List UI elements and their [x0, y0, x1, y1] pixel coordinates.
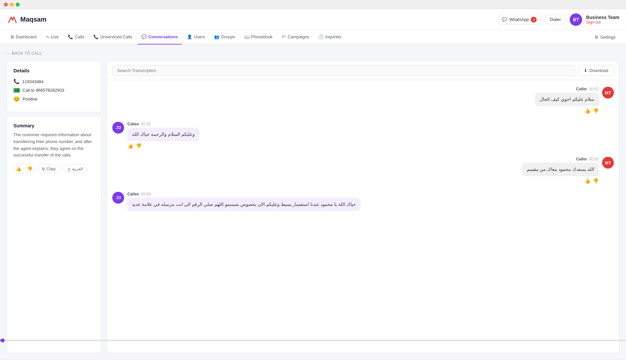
- dialer-label: Dialer: [550, 17, 561, 22]
- msg-avatar-4: .33: [112, 192, 124, 204]
- back-arrow-icon: ←: [7, 51, 11, 56]
- nav-item-live[interactable]: ∿ Live: [42, 30, 63, 45]
- msg-content-caller-3: 00:05 Caller الله يسعدك محمود معاك من مق…: [522, 157, 599, 184]
- like-button[interactable]: 👍: [13, 164, 23, 174]
- conversations-icon: 💬: [141, 34, 147, 39]
- like-reaction-1[interactable]: 👍: [584, 108, 591, 114]
- msg-time-1: 00:01: [589, 87, 599, 91]
- minimize-button[interactable]: [10, 3, 14, 7]
- copy-button[interactable]: ⧉ Copy: [37, 165, 61, 173]
- inquiries-icon: 🕐: [318, 34, 323, 39]
- bubble-3: الله يسعدك محمود معاك من مقسم: [522, 163, 599, 176]
- back-to-call-link[interactable]: ← BACK TO CALL: [7, 51, 619, 56]
- maximize-button[interactable]: [16, 3, 20, 7]
- nav-item-dashboard-label: Dashboard: [16, 34, 37, 39]
- bubble-2: وعليكم السلام والرحمة حياك الله: [127, 128, 199, 141]
- nav-item-conversations[interactable]: 💬 Conversations: [138, 30, 182, 45]
- dislike-reaction-2[interactable]: 👎: [136, 143, 142, 149]
- nav-item-inquiries-label: Inquiries: [325, 34, 341, 39]
- calls-icon: 📞: [68, 34, 73, 39]
- detail-sentiment: 😊 Positive: [13, 96, 95, 102]
- whatsapp-icon: 💬: [502, 17, 507, 22]
- msg-avatar-1: MT: [602, 87, 614, 99]
- flag-icon: 🇸🇦: [13, 88, 20, 93]
- progress-bar-container[interactable]: [0, 340, 626, 341]
- dislike-reaction-3[interactable]: 👎: [593, 178, 599, 184]
- sentiment-label: Positive: [23, 97, 38, 101]
- nav-item-dashboard[interactable]: ⊞ Dashboard: [7, 30, 41, 45]
- download-icon: ⬇: [584, 68, 587, 73]
- nav-item-campaigns[interactable]: 🏳 Campaigns: [278, 30, 313, 45]
- arabic-button[interactable]: ع العربية: [63, 165, 88, 173]
- msg-content-caller-1: 00:01 Caller سلام عليكم اخوي كيف الحال 👍…: [535, 87, 599, 114]
- settings-nav-item[interactable]: ⚙ Settings: [591, 31, 619, 43]
- msg-name-2: Callee: [127, 122, 139, 126]
- nav-item-inquiries[interactable]: 🕐 Inquiries: [314, 30, 345, 45]
- signout-link[interactable]: Sign out: [586, 20, 619, 25]
- positive-icon: 😊: [13, 96, 20, 102]
- msg-meta-3: 00:05 Caller: [576, 157, 599, 161]
- summary-card: Summary The customer requests informatio…: [7, 116, 101, 353]
- logo-area: Maqsam: [7, 14, 46, 26]
- settings-label: Settings: [600, 35, 616, 40]
- user-initials: BT: [573, 17, 579, 22]
- groups-icon: 👥: [214, 34, 219, 39]
- search-transcription-input[interactable]: [112, 65, 575, 76]
- user-avatar: BT: [570, 13, 582, 26]
- nav-item-live-label: Live: [51, 34, 59, 39]
- bubble-1: سلام عليكم اخوي كيف الحال: [535, 93, 599, 106]
- msg-avatar-3: MT: [602, 157, 614, 169]
- msg-time-3: 00:05: [589, 157, 599, 161]
- msg-name-4: Callee: [127, 192, 139, 196]
- msg-reactions-2: 👍 👎: [127, 143, 142, 149]
- close-button[interactable]: [4, 3, 8, 7]
- transcription-header: ⬇ Download: [107, 61, 619, 80]
- bubble-4: حياك الله يا محمود عندنا استفسار بسيط وع…: [127, 198, 360, 211]
- user-name: Business Team: [586, 15, 619, 20]
- msg-meta-1: 00:01 Caller: [576, 87, 599, 91]
- topbar-right: 💬 WhatsApp 2 Dialer BT Business Team Sig…: [498, 13, 619, 26]
- details-card: Details 📞 119343484 🇸🇦 Call to 966578282…: [7, 61, 101, 112]
- download-button[interactable]: ⬇ Download: [578, 65, 614, 76]
- nav-item-phonebook[interactable]: 📖 Phonebook: [240, 30, 277, 45]
- copy-label: Copy: [46, 167, 56, 171]
- msg-avatar-2: .33: [112, 122, 124, 134]
- nav-item-unserviced-calls[interactable]: 📞 Unserviced Calls: [89, 30, 136, 45]
- summary-actions: 👍 👎 ⧉ Copy ع العربية: [13, 164, 95, 174]
- dialer-button[interactable]: Dialer: [545, 15, 566, 24]
- live-icon: ∿: [46, 34, 49, 39]
- whatsapp-button[interactable]: 💬 WhatsApp 2: [498, 14, 541, 25]
- whatsapp-badge: 2: [531, 17, 537, 23]
- msg-name-1: Caller: [576, 87, 587, 91]
- logo-text: Maqsam: [20, 16, 46, 23]
- like-reaction-3[interactable]: 👍: [584, 178, 591, 184]
- transcription-panel: ⬇ Download 00:01 Caller سلام عليكم اخوي …: [107, 61, 619, 353]
- msg-reactions-1: 👍 👎: [584, 108, 599, 114]
- nav-item-users[interactable]: 👤 Users: [183, 30, 209, 45]
- detail-phone: 📞 119343484: [13, 79, 95, 84]
- content-row: Details 📞 119343484 🇸🇦 Call to 966578282…: [7, 61, 619, 353]
- msg-content-callee-4: Callee 00:08 حياك الله يا محمود عندنا اس…: [127, 192, 360, 211]
- settings-icon: ⚙: [595, 35, 598, 40]
- message-row: .33 Callee 00:02 وعليكم السلام والرحمة ح…: [112, 122, 614, 149]
- nav-item-calls[interactable]: 📞 Calls: [64, 30, 88, 45]
- msg-meta-2: Callee 00:02: [127, 122, 151, 126]
- download-label: Download: [589, 68, 608, 73]
- window-controls: [4, 3, 20, 7]
- back-link-label: BACK TO CALL: [12, 51, 42, 56]
- progress-bar-fill: [0, 340, 1, 341]
- nav-item-conversations-label: Conversations: [148, 34, 178, 39]
- dislike-button[interactable]: 👎: [25, 164, 34, 174]
- maqsam-logo-icon: [7, 14, 18, 26]
- msg-time-4: 00:08: [141, 192, 151, 196]
- nav-item-groups-label: Groups: [221, 34, 235, 39]
- nav-item-groups[interactable]: 👥 Groups: [210, 30, 239, 45]
- msg-content-callee-2: Callee 00:02 وعليكم السلام والرحمة حياك …: [127, 122, 199, 149]
- detail-call-to: 🇸🇦 Call to 966578282933: [13, 88, 95, 93]
- phonebook-icon: 📖: [244, 34, 249, 39]
- like-reaction-2[interactable]: 👍: [127, 143, 134, 149]
- dislike-reaction-1[interactable]: 👎: [593, 108, 599, 114]
- message-row: .33 Callee 00:08 حياك الله يا محمود عندن…: [112, 192, 614, 211]
- msg-meta-4: Callee 00:08: [127, 192, 151, 196]
- summary-title: Summary: [13, 123, 95, 128]
